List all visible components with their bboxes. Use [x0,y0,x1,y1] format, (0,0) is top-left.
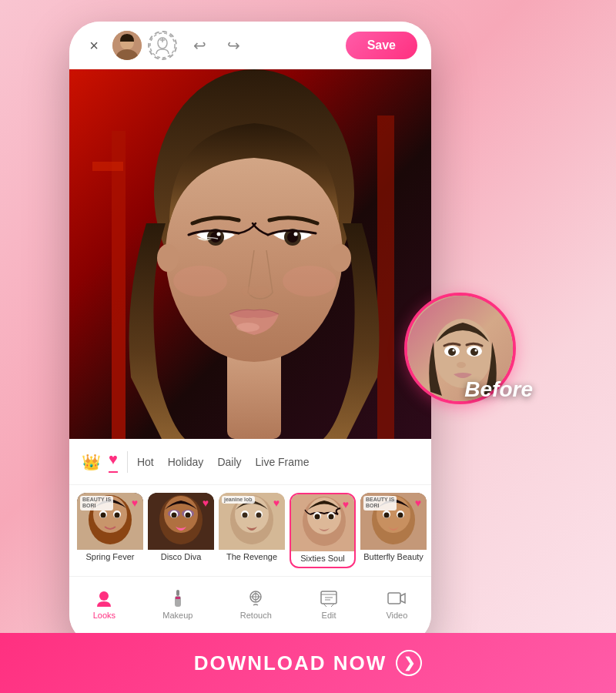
nav-makeup[interactable]: Makeup [162,588,192,620]
svg-rect-66 [176,590,179,596]
top-bar: × [69,22,431,69]
svg-point-64 [398,513,403,518]
svg-point-82 [475,350,477,352]
svg-point-25 [173,266,227,296]
main-container: × [0,0,616,693]
look-heart-revenge[interactable]: ♥ [273,497,280,509]
svg-point-65 [99,591,109,601]
look-heart-sixties[interactable]: ♥ [343,498,349,511]
svg-rect-11 [92,162,123,171]
look-heart-spring[interactable]: ♥ [132,497,138,509]
redo-button[interactable]: ↪ [222,34,245,57]
svg-point-55 [315,514,320,520]
crown-icon[interactable]: 👑 [82,453,101,471]
look-butterfly-beauty[interactable]: BEAUTY ISBORI ♥ Butterfly Beauty [360,493,427,568]
svg-point-32 [101,513,106,518]
nav-video[interactable]: Video [386,588,407,620]
look-heart-butterfly[interactable]: ♥ [415,497,421,509]
svg-point-4 [150,33,175,58]
nav-label-makeup: Makeup [162,611,192,620]
look-label-spring: Spring Fever [77,550,143,564]
svg-point-15 [157,244,179,272]
save-button[interactable]: Save [346,32,417,59]
tab-daily[interactable]: Daily [217,453,241,471]
close-button[interactable]: × [83,35,105,56]
look-badge-revenge: jeanine lob [222,496,255,504]
undo-button[interactable]: ↩ [188,34,211,57]
svg-point-83 [457,362,466,368]
svg-point-23 [241,286,255,296]
tab-liveframe[interactable]: Live Frame [256,453,310,471]
look-the-revenge[interactable]: jeanine lob ♥ The Revenge [219,493,285,568]
look-heart-disco[interactable]: ♥ [203,497,209,509]
looks-carousel: BEAUTY ISBORI ♥ Spring Fever [69,485,431,576]
nav-label-retouch: Retouch [240,611,272,620]
svg-point-62 [384,513,390,518]
look-sixties-soul[interactable]: ♥ Sixties Soul [290,493,356,568]
svg-point-78 [448,348,456,356]
svg-point-43 [186,513,191,518]
tab-holiday[interactable]: Holiday [168,453,204,471]
svg-point-34 [115,513,120,518]
avatar[interactable] [112,31,142,60]
tab-hot[interactable]: Hot [137,453,154,471]
svg-point-24 [255,286,269,296]
svg-point-57 [329,514,334,520]
look-label-revenge: The Revenge [219,550,285,564]
svg-point-22 [294,233,298,236]
look-badge-butterfly: BEAUTY ISBORI [363,496,397,511]
nav-label-video: Video [386,611,407,620]
look-label-sixties: Sixties Soul [291,551,354,565]
photo-area [69,69,431,439]
nav-label-edit: Edit [322,611,336,620]
svg-rect-68 [176,597,180,599]
svg-point-26 [283,266,336,296]
svg-point-81 [470,348,478,356]
filter-tabs: 👑 ♥ Hot Holiday Daily Live Frame [69,439,431,485]
look-spring-fever[interactable]: BEAUTY ISBORI ♥ Spring Fever [77,493,143,568]
svg-rect-9 [112,131,126,439]
svg-point-41 [172,513,177,518]
svg-point-16 [330,244,351,272]
svg-point-19 [217,233,221,236]
favorites-tab[interactable]: ♥ [109,450,118,473]
woman-portrait [69,69,431,439]
look-label-butterfly: Butterfly Beauty [360,550,427,564]
svg-point-27 [236,323,259,332]
add-face-button[interactable] [148,31,177,60]
look-badge-spring: BEAUTY ISBORI [80,496,113,511]
tab-divider [127,451,128,473]
svg-rect-74 [388,593,400,604]
nav-edit[interactable]: Edit [319,588,339,620]
nav-retouch[interactable]: Retouch [240,588,272,620]
download-bar[interactable]: DOWNLOAD NOW ❯ [0,633,616,693]
before-label: Before [464,377,533,402]
svg-point-79 [453,350,455,352]
download-text: DOWNLOAD NOW [194,651,387,675]
download-arrow-icon: ❯ [396,650,422,676]
phone-frame: × [69,22,431,645]
look-disco-diva[interactable]: ♥ Disco Diva [148,493,214,568]
nav-label-looks: Looks [93,611,116,620]
look-label-disco: Disco Diva [148,550,214,564]
bottom-nav: Looks Makeup Retouch [69,576,431,630]
nav-looks[interactable]: Looks [93,588,116,620]
svg-point-48 [243,513,248,518]
svg-rect-10 [377,116,394,439]
svg-point-50 [256,513,262,518]
